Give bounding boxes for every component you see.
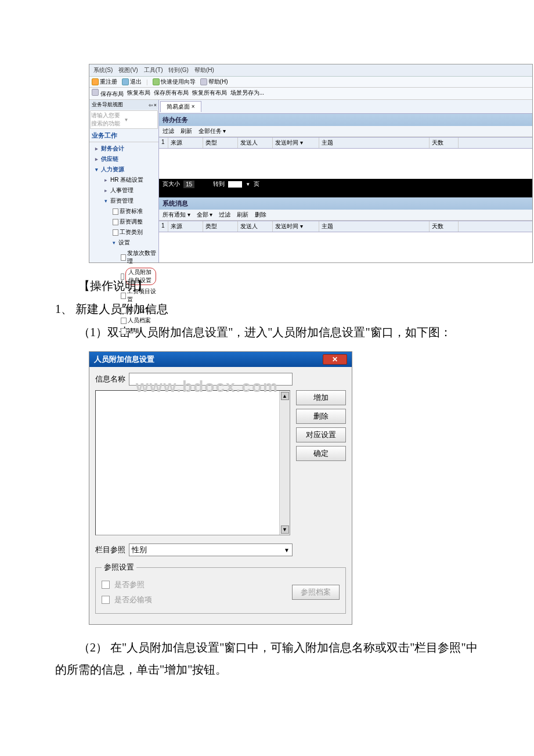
is-ref-checkbox[interactable]: 是否参照 xyxy=(102,577,152,592)
doc-icon xyxy=(121,328,127,334)
col-sender: 发送人 xyxy=(238,138,273,148)
tab-bar: 简易桌面 × xyxy=(159,100,532,114)
delete-button[interactable]: 删除 xyxy=(296,409,346,424)
col-source: 来源 xyxy=(168,221,203,232)
chevron-down-icon: ▼ xyxy=(284,547,290,553)
pager: 页大小 15 转到 ▼ 页 xyxy=(159,179,532,189)
panel-todo-tools: 过滤 刷新 全部任务 ▾ xyxy=(159,126,532,137)
help-button[interactable]: 帮助(H) xyxy=(200,78,228,86)
help-icon xyxy=(200,78,207,85)
scroll-down-icon[interactable]: ▼ xyxy=(281,525,289,534)
saveas-button[interactable]: 场景另存为... xyxy=(230,89,264,98)
nav-pay-mgmt[interactable]: ▾薪资管理 xyxy=(102,196,158,206)
allnotice-dropdown[interactable]: 所有通知 ▾ xyxy=(163,211,190,218)
is-required-checkbox[interactable]: 是否必输项 xyxy=(102,592,152,607)
step1-sub1: （1）双击"人员附加信息设置"，进入"人员附加信息设置"窗口，如下图： xyxy=(55,321,479,343)
nav-settings[interactable]: ▾设置 xyxy=(110,237,158,248)
search-placeholder: 请输入您要搜索的功能 xyxy=(91,111,124,128)
exit-icon xyxy=(122,78,129,85)
doc-text-2: （2） 在"人员附加信息设置"窗口中，可输入附加信息名称或双击"栏目参照"中的所… xyxy=(55,636,479,681)
col-sendtime: 发送时间 ▾ xyxy=(273,138,319,148)
nav-issue-mgmt[interactable]: 发放次数管理 xyxy=(118,248,158,267)
nav-pay-std[interactable]: 薪资标准 xyxy=(110,206,158,217)
refresh-button[interactable]: 刷新 xyxy=(181,128,192,134)
restore-all-layout-button[interactable]: 恢复所有布局 xyxy=(192,89,227,98)
filter-button[interactable]: 过滤 xyxy=(163,128,174,134)
doc-icon xyxy=(121,273,124,280)
sysmsg-columns: 1 来源 类型 发送人 发送时间 ▾ 主题 天数 xyxy=(159,221,532,232)
page-unit: 页 xyxy=(254,180,259,188)
scrollbar[interactable]: ▲ ▼ xyxy=(279,391,290,535)
step1-sub2: （2） 在"人员附加信息设置"窗口中，可输入附加信息名称或双击"栏目参照"中的所… xyxy=(55,636,479,681)
ref-settings-legend: 参照设置 xyxy=(102,562,136,573)
nav-hr-affair[interactable]: ▸人事管理 xyxy=(102,185,158,196)
col-source: 来源 xyxy=(168,138,203,148)
doc-text-1: 【操作说明】 1、 新建人员附加信息 （1）双击"人员附加信息设置"，进入"人员… xyxy=(55,275,479,343)
col-ref-value: 性别 xyxy=(132,545,147,555)
sidebar-header: 业务导航视图 ⇦ × xyxy=(89,100,158,110)
erp-app-screenshot: 系统(S) 视图(V) 工具(T) 转到(G) 帮助(H) 重注册 退出 | 快… xyxy=(89,64,533,263)
menu-goto[interactable]: 转到(G) xyxy=(167,66,190,75)
toolbar-primary: 重注册 退出 | 快速使用向导 帮助(H) xyxy=(89,77,532,88)
col-type: 类型 xyxy=(203,138,238,148)
checkbox-icon xyxy=(102,581,110,589)
menu-system[interactable]: 系统(S) xyxy=(92,66,114,75)
page-size-value[interactable]: 15 xyxy=(183,181,194,188)
wizard-button[interactable]: 快速使用向导 xyxy=(153,78,196,86)
nav-hr-base[interactable]: ▸HR 基础设置 xyxy=(102,175,158,185)
add-button[interactable]: 增加 xyxy=(296,390,346,405)
col-subject: 主题 xyxy=(319,221,430,232)
menu-help[interactable]: 帮助(H) xyxy=(193,66,216,75)
col-ref-label: 栏目参照 xyxy=(95,545,125,555)
close-button[interactable]: ✕ xyxy=(323,354,347,365)
operation-heading: 【操作说明】 xyxy=(55,275,479,297)
scroll-up-icon[interactable]: ▲ xyxy=(281,392,289,400)
nav-finance[interactable]: ▸财务会计 xyxy=(89,143,158,154)
goto-input[interactable] xyxy=(228,181,242,188)
checkbox-icon xyxy=(102,596,110,604)
exit-button[interactable]: 退出 xyxy=(122,78,142,86)
doc-icon xyxy=(121,307,127,314)
doc-icon xyxy=(113,219,118,225)
restore-layout-button[interactable]: 恢复布局 xyxy=(127,89,150,98)
delete-button[interactable]: 删除 xyxy=(255,211,266,218)
ref-settings-group: 参照设置 是否参照 是否必输项 参照档案 xyxy=(95,562,346,614)
sidebar-section-title: 业务工作 xyxy=(89,129,158,142)
col-ref-select[interactable]: 性别 ▼ xyxy=(129,543,293,556)
goto-label: 转到 xyxy=(213,180,225,188)
nav-pay-class[interactable]: 工资类别 xyxy=(110,227,158,237)
step1-heading: 1、 新建人员附加信息 xyxy=(55,298,479,320)
wizard-icon xyxy=(153,78,160,85)
panel-sysmsg-tools: 所有通知 ▾ 全部 ▾ 过滤 刷新 删除 xyxy=(159,210,532,221)
nav-pay-adj[interactable]: 薪资调整 xyxy=(110,217,158,227)
tab-simple-desktop[interactable]: 简易桌面 × xyxy=(160,101,201,112)
nav-supply[interactable]: ▸供应链 xyxy=(89,154,158,164)
doc-icon xyxy=(113,208,118,215)
filter-button-2[interactable]: 过滤 xyxy=(219,211,230,218)
main-content: 简易桌面 × 待办任务 过滤 刷新 全部任务 ▾ 1 来源 类型 发送人 发送时… xyxy=(159,100,532,262)
info-name-label: 信息名称 xyxy=(95,374,125,384)
page-size-label: 页大小 xyxy=(163,180,180,188)
ok-button[interactable]: 确定 xyxy=(296,446,346,461)
ref-file-button[interactable]: 参照档案 xyxy=(292,585,340,600)
reregister-icon xyxy=(92,78,99,85)
toolbar-layout: 保存布局 恢复布局 保存所有布局 恢复所有布局 场景另存为... xyxy=(89,88,532,100)
refresh-button-2[interactable]: 刷新 xyxy=(237,211,248,218)
info-listbox[interactable]: ▲ ▼ xyxy=(95,390,290,535)
nav-hr[interactable]: ▾人力资源 xyxy=(89,164,158,175)
col-sender: 发送人 xyxy=(238,221,273,232)
doc-icon xyxy=(113,229,118,236)
save-all-layout-button[interactable]: 保存所有布局 xyxy=(154,89,189,98)
save-layout-button[interactable]: 保存布局 xyxy=(92,89,124,98)
col-sendtime: 发送时间 ▾ xyxy=(273,221,319,232)
map-setting-button[interactable]: 对应设置 xyxy=(296,427,346,442)
menu-view[interactable]: 视图(V) xyxy=(117,66,139,75)
info-name-input[interactable] xyxy=(129,373,293,386)
reregister-button[interactable]: 重注册 xyxy=(92,78,117,86)
search-input[interactable]: 请输入您要搜索的功能 ▼ xyxy=(90,110,158,129)
dialog-title: 人员附加信息设置 xyxy=(94,354,154,365)
all-tasks-dropdown[interactable]: 全部任务 ▾ xyxy=(199,128,226,134)
sysmsg-body xyxy=(159,232,532,262)
all-dropdown[interactable]: 全部 ▾ xyxy=(197,211,213,218)
menu-tool[interactable]: 工具(T) xyxy=(142,66,165,75)
